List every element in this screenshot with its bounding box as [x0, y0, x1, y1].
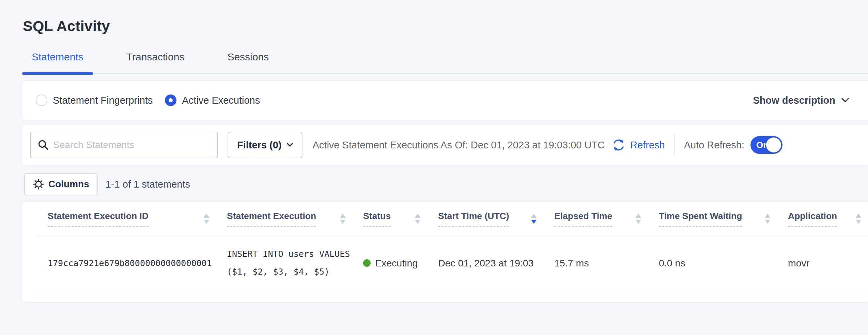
column-header-statement-execution[interactable]: Statement Execution: [216, 202, 352, 236]
controls-card: Filters (0) Active Statement Executions …: [22, 125, 868, 165]
sort-icon: [856, 214, 861, 224]
chevron-down-icon: [287, 143, 293, 147]
radio-selected-icon: [165, 94, 176, 106]
auto-refresh-toggle[interactable]: On: [750, 136, 782, 154]
sort-icon: [340, 214, 345, 224]
show-description-label: Show description: [753, 95, 835, 106]
sort-icon: [636, 214, 641, 224]
statements-table-card: Statement Execution ID Statement Executi…: [22, 202, 868, 302]
page-title: SQL Activity: [23, 16, 868, 35]
search-icon: [37, 139, 49, 151]
column-header-statement-execution-id[interactable]: Statement Execution ID: [37, 202, 216, 236]
cell-start-time: Dec 01, 2023 at 19:03: [427, 236, 543, 290]
results-count: 1-1 of 1 statements: [106, 179, 190, 190]
search-input[interactable]: [53, 140, 217, 150]
show-description-toggle[interactable]: Show description: [753, 95, 849, 106]
tab-transactions[interactable]: Transactions: [117, 51, 194, 73]
tab-sessions[interactable]: Sessions: [218, 51, 278, 73]
table-row: 179cca7921e679b80000000000000001 INSERT …: [37, 236, 868, 290]
tab-statements[interactable]: Statements: [22, 51, 93, 73]
sort-icon: [204, 214, 209, 224]
column-header-elapsed-time[interactable]: Elapsed Time: [543, 202, 648, 236]
refresh-label: Refresh: [630, 140, 665, 151]
sort-icon: [415, 214, 420, 224]
filters-label: Filters (0): [237, 140, 282, 151]
radio-statement-fingerprints[interactable]: Statement Fingerprints: [36, 94, 153, 106]
gear-icon: [33, 179, 44, 190]
column-header-time-spent-waiting[interactable]: Time Spent Waiting: [648, 202, 777, 236]
auto-refresh-label: Auto Refresh:: [684, 140, 744, 151]
vertical-divider: [675, 134, 675, 156]
column-header-application[interactable]: Application: [777, 202, 868, 236]
table-toolbar: Columns 1-1 of 1 statements: [22, 173, 868, 195]
refresh-button[interactable]: Refresh: [611, 138, 665, 152]
view-mode-card: Statement Fingerprints Active Executions…: [22, 81, 868, 120]
radio-unselected-icon: [36, 94, 47, 106]
sort-icon: [765, 214, 770, 224]
columns-label: Columns: [48, 179, 89, 190]
column-header-start-time[interactable]: Start Time (UTC): [427, 202, 543, 236]
toggle-knob: [766, 137, 781, 152]
radio-label: Active Executions: [182, 95, 260, 106]
cell-statement-execution-id: 179cca7921e679b80000000000000001: [37, 236, 216, 290]
as-of-timestamp: Active Statement Executions As Of: Dec 0…: [313, 140, 605, 151]
sort-desc-active-icon: [531, 214, 537, 224]
table-header-row: Statement Execution ID Statement Executi…: [37, 202, 868, 236]
cell-elapsed-time: 15.7 ms: [543, 236, 648, 290]
columns-button[interactable]: Columns: [24, 173, 98, 195]
chevron-down-icon: [841, 98, 849, 103]
refresh-icon: [611, 138, 626, 152]
column-header-status[interactable]: Status: [352, 202, 427, 236]
sql-activity-page: SQL Activity Statements Transactions Ses…: [0, 0, 868, 302]
tab-bar: Statements Transactions Sessions: [22, 51, 868, 74]
cell-status: Executing: [352, 236, 427, 290]
status-label: Executing: [375, 258, 418, 269]
filters-button[interactable]: Filters (0): [228, 132, 303, 158]
radio-label: Statement Fingerprints: [53, 95, 153, 106]
search-box: [30, 132, 218, 158]
cell-application: movr: [777, 236, 868, 290]
radio-active-executions[interactable]: Active Executions: [165, 94, 260, 106]
status-executing-icon: [363, 259, 371, 267]
cell-time-spent-waiting: 0.0 ns: [648, 236, 777, 290]
cell-statement-execution: INSERT INTO users VALUES ($1, $2, $3, $4…: [216, 236, 352, 290]
